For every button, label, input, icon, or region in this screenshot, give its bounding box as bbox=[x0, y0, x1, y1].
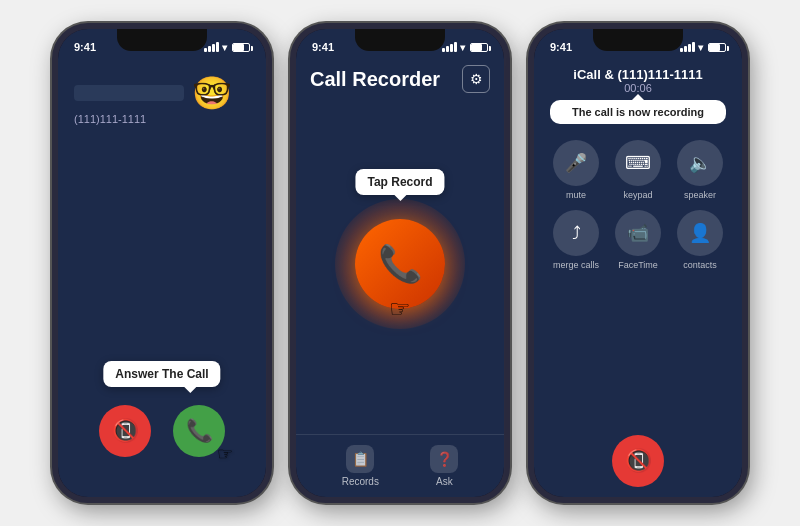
recording-tooltip: The call is now recording bbox=[550, 100, 726, 124]
app-header: Call Recorder ⚙ bbox=[296, 57, 504, 93]
decline-icon: 📵 bbox=[112, 418, 139, 444]
answer-button[interactable]: 📞 ☞ bbox=[173, 405, 225, 457]
tab-records-label: Records bbox=[342, 476, 379, 487]
mute-button[interactable]: 🎤 mute bbox=[550, 140, 602, 200]
tab-ask[interactable]: ❓ Ask bbox=[430, 445, 458, 487]
phone-notch bbox=[117, 29, 207, 51]
caller-name-placeholder bbox=[74, 85, 184, 101]
phone-active-call: 9:41 ▾ iCall & (111)111-1111 00:06 The c… bbox=[528, 23, 748, 503]
phone-incoming-call: 9:41 ▾ 🤓 (111)111-1111 Answer The Call bbox=[52, 23, 272, 503]
hand-cursor-2: ☞ bbox=[389, 295, 411, 323]
phone3-screen: 9:41 ▾ iCall & (111)111-1111 00:06 The c… bbox=[534, 29, 742, 497]
speaker-icon: 🔈 bbox=[677, 140, 723, 186]
answer-icon: 📞 bbox=[186, 418, 213, 444]
merge-button[interactable]: ⤴ merge calls bbox=[550, 210, 602, 270]
contacts-label: contacts bbox=[683, 260, 717, 270]
speaker-label: speaker bbox=[684, 190, 716, 200]
keypad-button[interactable]: ⌨ keypad bbox=[612, 140, 664, 200]
wifi-icon-2: ▾ bbox=[460, 42, 465, 53]
record-area: Tap Record 📞 ☞ bbox=[296, 93, 504, 434]
merge-label: merge calls bbox=[553, 260, 599, 270]
call-body: Answer The Call 📵 📞 ☞ bbox=[58, 133, 266, 497]
status-icons-3: ▾ bbox=[680, 42, 726, 53]
caller-name-area: 🤓 bbox=[74, 77, 250, 109]
keypad-icon: ⌨ bbox=[615, 140, 661, 186]
end-call-area: 📵 bbox=[534, 425, 742, 497]
facetime-label: FaceTime bbox=[618, 260, 658, 270]
tab-ask-label: Ask bbox=[436, 476, 453, 487]
tab-records[interactable]: 📋 Records bbox=[342, 445, 379, 487]
app-title: Call Recorder bbox=[310, 68, 440, 91]
records-icon: 📋 bbox=[346, 445, 374, 473]
call-buttons: 📵 📞 ☞ bbox=[58, 405, 266, 457]
wifi-icon-3: ▾ bbox=[698, 42, 703, 53]
mute-icon: 🎤 bbox=[553, 140, 599, 186]
contacts-button[interactable]: 👤 contacts bbox=[674, 210, 726, 270]
battery-icon-3 bbox=[708, 43, 726, 52]
decline-button[interactable]: 📵 bbox=[99, 405, 151, 457]
speaker-button[interactable]: 🔈 speaker bbox=[674, 140, 726, 200]
hand-cursor: ☞ bbox=[217, 443, 233, 465]
phone1-screen: 9:41 ▾ 🤓 (111)111-1111 Answer The Call bbox=[58, 29, 266, 497]
caller-emoji: 🤓 bbox=[192, 77, 232, 109]
call-duration: 00:06 bbox=[550, 82, 726, 94]
phone2-screen: 9:41 ▾ Call Recorder ⚙ Tap Record bbox=[296, 29, 504, 497]
tap-record-tooltip: Tap Record bbox=[355, 169, 444, 195]
signal-icon-3 bbox=[680, 42, 695, 52]
keypad-label: keypad bbox=[623, 190, 652, 200]
contacts-icon: 👤 bbox=[677, 210, 723, 256]
caller-info: 🤓 (111)111-1111 bbox=[58, 57, 266, 133]
battery-icon bbox=[232, 43, 250, 52]
record-button-wrap[interactable]: Tap Record 📞 ☞ bbox=[355, 219, 445, 309]
status-time-2: 9:41 bbox=[312, 41, 334, 53]
wifi-icon: ▾ bbox=[222, 42, 227, 53]
status-time-3: 9:41 bbox=[550, 41, 572, 53]
battery-icon-2 bbox=[470, 43, 488, 52]
phone-icon: 📞 bbox=[378, 243, 423, 285]
phone-call-recorder: 9:41 ▾ Call Recorder ⚙ Tap Record bbox=[290, 23, 510, 503]
merge-icon: ⤴ bbox=[553, 210, 599, 256]
end-call-icon: 📵 bbox=[625, 448, 652, 474]
answer-tooltip: Answer The Call bbox=[103, 361, 220, 387]
mute-label: mute bbox=[566, 190, 586, 200]
caller-number: (111)111-1111 bbox=[74, 113, 250, 125]
status-time-1: 9:41 bbox=[74, 41, 96, 53]
signal-icon-2 bbox=[442, 42, 457, 52]
active-call-name: iCall & (111)111-1111 bbox=[550, 67, 726, 82]
call-controls: 🎤 mute ⌨ keypad 🔈 speaker ⤴ merge calls … bbox=[534, 132, 742, 278]
end-call-button[interactable]: 📵 bbox=[612, 435, 664, 487]
phone-notch-3 bbox=[593, 29, 683, 51]
settings-button[interactable]: ⚙ bbox=[462, 65, 490, 93]
phone-notch-2 bbox=[355, 29, 445, 51]
app-tabs: 📋 Records ❓ Ask bbox=[296, 434, 504, 497]
facetime-button[interactable]: 📹 FaceTime bbox=[612, 210, 664, 270]
status-icons-2: ▾ bbox=[442, 42, 488, 53]
facetime-icon: 📹 bbox=[615, 210, 661, 256]
status-icons-1: ▾ bbox=[204, 42, 250, 53]
signal-icon bbox=[204, 42, 219, 52]
ask-icon: ❓ bbox=[430, 445, 458, 473]
